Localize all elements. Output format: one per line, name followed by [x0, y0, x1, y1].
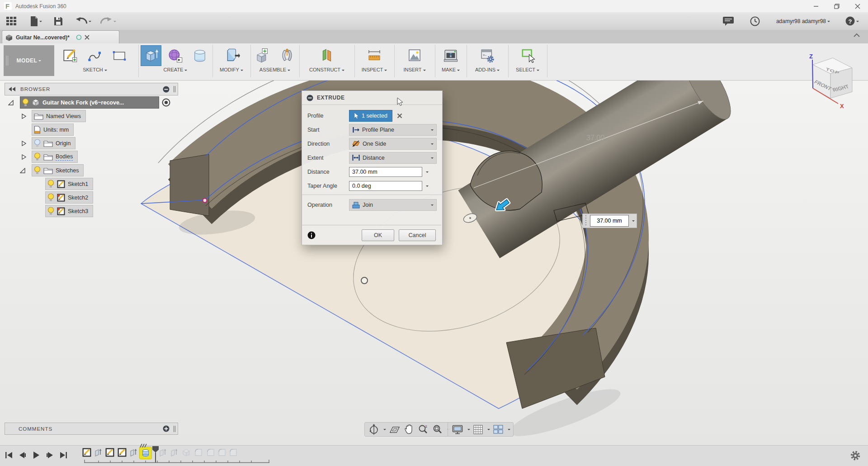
browser-item[interactable]: Guitar Neck Fork (v6~recove... — [20, 96, 159, 109]
grid-snap-icon[interactable] — [472, 423, 484, 435]
view-cube[interactable]: TOP FRONT RIGHT Z X — [800, 52, 868, 115]
undo-icon[interactable] — [73, 14, 94, 28]
timeline-feature-extrude-suppressed-icon[interactable] — [158, 447, 168, 457]
browser-row-sketch3[interactable]: Sketch3 — [45, 205, 93, 217]
timeline-feature-fillet-suppressed-icon[interactable] — [228, 447, 238, 457]
canvas-image-icon[interactable] — [404, 45, 425, 66]
collapse-triangle-icon[interactable] — [22, 141, 26, 146]
app-launcher-icon[interactable] — [4, 14, 19, 28]
distance-input[interactable] — [349, 167, 422, 177]
collapse-triangle-icon[interactable] — [22, 114, 26, 119]
expand-triangle-icon[interactable] — [20, 168, 25, 173]
extrude-drag-arrow[interactable] — [494, 198, 511, 214]
grid-caret[interactable] — [487, 429, 490, 432]
job-status-clock-icon[interactable] — [747, 14, 763, 28]
help-menu[interactable]: ? — [843, 14, 862, 28]
taper-spinner-caret[interactable] — [426, 185, 429, 188]
extent-dropdown[interactable]: Distance — [349, 152, 437, 164]
ok-button[interactable]: OK — [362, 229, 394, 241]
browser-row-sketches[interactable]: Sketches — [20, 165, 84, 176]
close-button[interactable] — [847, 0, 868, 12]
browser-row-sketch1[interactable]: Sketch1 — [45, 178, 93, 190]
timeline-feature-fillet-suppressed-icon[interactable] — [193, 447, 203, 457]
browser-panel-header[interactable]: BROWSER — [5, 83, 178, 95]
timeline-play-button[interactable] — [30, 449, 42, 461]
info-icon[interactable] — [307, 231, 316, 239]
browser-item[interactable]: Sketches — [32, 164, 84, 176]
visibility-bulb-icon[interactable] — [47, 180, 54, 188]
browser-item[interactable]: Origin — [32, 137, 75, 149]
look-at-icon[interactable] — [388, 423, 401, 435]
account-menu[interactable]: adamyr98 adamyr98 — [774, 14, 833, 28]
timeline-feature-sketch2-icon[interactable] — [105, 447, 115, 457]
workspace-selector[interactable]: MODEL — [4, 45, 54, 76]
dimension-dropdown-caret[interactable] — [632, 220, 635, 223]
create-sketch-icon[interactable] — [60, 45, 81, 66]
visibility-bulb-icon[interactable] — [47, 193, 54, 202]
sync-status-icon[interactable] — [76, 34, 82, 40]
display-settings-icon[interactable] — [451, 423, 464, 435]
construction-plane-icon[interactable] — [316, 45, 337, 66]
timeline-feature-box-suppressed-icon[interactable] — [181, 447, 191, 457]
comments-panel-header[interactable]: COMMENTS — [5, 423, 178, 435]
3d-print-icon[interactable] — [440, 45, 461, 66]
add-comment-icon[interactable] — [163, 425, 170, 432]
browser-row-sketch2[interactable]: Sketch2 — [45, 192, 93, 203]
viewports-icon[interactable] — [492, 423, 505, 435]
ribbon-group-label[interactable]: SKETCH — [83, 67, 107, 72]
browser-grip-icon[interactable] — [173, 86, 176, 92]
expand-triangle-icon[interactable] — [8, 100, 14, 105]
browser-item[interactable]: Bodies — [32, 151, 78, 163]
orbit-caret[interactable] — [383, 429, 386, 432]
timeline-feature-fillet-suppressed-icon[interactable] — [217, 447, 227, 457]
timeline-step-forward-button[interactable] — [43, 449, 56, 461]
browser-item[interactable]: Sketch2 — [45, 191, 93, 204]
notifications-icon[interactable] — [720, 14, 736, 28]
restore-button[interactable] — [826, 0, 847, 12]
operation-dropdown[interactable]: Join — [349, 199, 437, 211]
timeline-go-to-end-button[interactable] — [57, 449, 70, 461]
cancel-button[interactable]: Cancel — [399, 229, 436, 241]
measure-icon[interactable] — [364, 45, 385, 66]
browser-row-named-views[interactable]: Named Views — [22, 110, 86, 122]
comments-grip-icon[interactable] — [173, 426, 176, 432]
timeline-feature-current-cylinder-icon[interactable] — [139, 447, 152, 459]
scripts-addins-icon[interactable]: >- — [477, 45, 498, 66]
ribbon-group-label[interactable]: ADD-INS — [475, 67, 500, 72]
ribbon-group-label[interactable]: SELECT — [516, 67, 539, 72]
browser-row-origin[interactable]: Origin — [22, 138, 75, 149]
browser-minimize-icon[interactable] — [163, 86, 170, 93]
save-icon[interactable] — [51, 14, 66, 28]
browser-item[interactable]: Sketch1 — [45, 178, 93, 190]
viewports-caret[interactable] — [508, 429, 510, 432]
extrude-dialog-header[interactable]: EXTRUDE — [302, 91, 442, 105]
display-caret[interactable] — [467, 429, 470, 432]
press-pull-icon[interactable] — [221, 45, 242, 66]
direction-dropdown[interactable]: One Side — [349, 138, 437, 150]
fit-zoom-window-icon[interactable] — [431, 423, 444, 435]
ribbon-group-label[interactable]: INSERT — [403, 67, 425, 72]
form-icon[interactable] — [165, 45, 186, 66]
select-icon[interactable] — [517, 45, 538, 66]
ribbon-group-label[interactable]: CONSTRUCT — [309, 67, 344, 72]
new-component-icon[interactable] — [252, 45, 273, 66]
taper-angle-input[interactable] — [349, 181, 422, 191]
tab-close-icon[interactable] — [85, 35, 90, 40]
extrude-dialog[interactable]: EXTRUDE Profile 1 selected Start Profile… — [302, 90, 443, 245]
timeline-go-to-start-button[interactable] — [3, 449, 15, 461]
timeline-feature-fillet-suppressed-icon[interactable] — [206, 447, 216, 457]
distance-spinner-caret[interactable] — [426, 171, 429, 174]
timeline-feature-sketch3-icon[interactable] — [117, 447, 127, 457]
activate-radio-icon[interactable] — [162, 98, 170, 107]
browser-item[interactable]: Units: mm — [32, 124, 74, 136]
profile-selection-chip[interactable]: 1 selected — [349, 110, 392, 122]
extrude-icon[interactable] — [141, 45, 161, 66]
start-dropdown[interactable]: Profile Plane — [349, 124, 437, 136]
collapse-browser-icon[interactable] — [9, 87, 16, 91]
file-menu-icon[interactable] — [27, 14, 45, 28]
collapse-toolbar-chevron[interactable] — [854, 33, 860, 37]
visibility-bulb-icon[interactable] — [34, 166, 41, 175]
document-tab[interactable]: Guitar Ne...covered)* — [2, 30, 119, 44]
browser-item[interactable]: Named Views — [32, 110, 86, 122]
ribbon-group-label[interactable]: MODIFY — [220, 67, 243, 72]
